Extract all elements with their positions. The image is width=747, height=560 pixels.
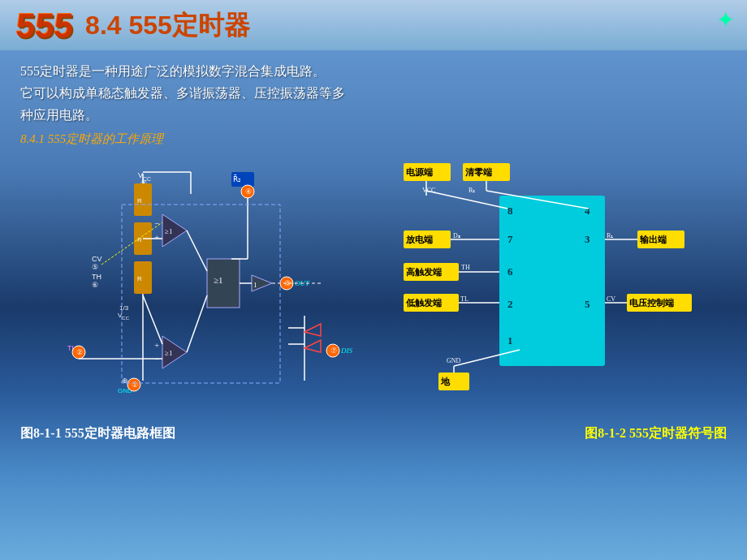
svg-text:输出端: 输出端 (639, 235, 667, 244)
svg-text:R: R (137, 236, 142, 243)
svg-text:1: 1 (507, 334, 513, 347)
svg-text:②: ② (76, 348, 83, 356)
svg-text:≥1: ≥1 (214, 275, 223, 285)
svg-line-38 (187, 295, 207, 352)
svg-text:GND: GND (447, 357, 461, 364)
svg-text:电压控制端: 电压控制端 (629, 298, 674, 308)
left-circuit: VCC ⑧ R̄₂ ④ CV ⑤ TH ⑥ 1/3 VCC TL ② ⊕ GND (12, 157, 386, 417)
left-label: 图8-1-1 555定时器电路框图 (20, 425, 175, 442)
svg-rect-35 (207, 259, 240, 308)
svg-text:TH: TH (461, 264, 470, 271)
right-label: 图8-1-2 555定时器符号图 (585, 425, 727, 442)
svg-marker-50 (304, 340, 321, 352)
svg-text:R₁: R₁ (607, 232, 613, 239)
svg-line-91 (426, 191, 507, 209)
svg-text:CV: CV (607, 295, 615, 303)
svg-text:①: ① (132, 381, 138, 389)
circuit-svg-left: VCC ⑧ R̄₂ ④ CV ⑤ TH ⑥ 1/3 VCC TL ② ⊕ GND (12, 157, 386, 417)
diagram-area: VCC ⑧ R̄₂ ④ CV ⑤ TH ⑥ 1/3 VCC TL ② ⊕ GND (0, 153, 747, 421)
svg-text:D₃: D₃ (453, 232, 460, 239)
svg-text:④: ④ (245, 187, 252, 196)
svg-rect-69 (499, 196, 605, 366)
intro-section: 555定时器是一种用途广泛的模拟数字混合集成电路。 它可以构成单稳态触发器、多谐… (0, 50, 747, 153)
svg-text:≥1: ≥1 (165, 227, 172, 235)
svg-text:+: + (154, 232, 159, 242)
svg-text:4: 4 (585, 205, 590, 217)
svg-text:R̄₂: R̄₂ (233, 174, 241, 183)
svg-text:R₂: R₂ (468, 187, 475, 194)
svg-text:3: 3 (585, 233, 590, 245)
svg-text:CV: CV (92, 255, 102, 263)
svg-text:TH: TH (92, 273, 101, 281)
svg-line-56 (143, 295, 162, 344)
circuit-svg-right: 电源端 清零端 VCC R₂ 8 4 7 3 6 2 5 1 放电端 (402, 157, 719, 417)
svg-text:6: 6 (507, 265, 513, 278)
svg-text:⑦: ⑦ (330, 347, 337, 355)
title-bar: 555 8.4 555定时器 ✦ (0, 0, 747, 50)
logo: 555 (15, 9, 75, 43)
labels-area: 图8-1-1 555定时器电路框图 图8-1-2 555定时器符号图 (0, 421, 747, 446)
svg-text:5: 5 (585, 298, 590, 310)
svg-text:7: 7 (507, 233, 513, 245)
right-circuit: 电源端 清零端 VCC R₂ 8 4 7 3 6 2 5 1 放电端 (402, 157, 719, 417)
svg-text:1/3: 1/3 (119, 304, 129, 312)
svg-text:TL: TL (460, 295, 468, 303)
svg-text:1: 1 (253, 281, 257, 289)
svg-text:低触发端: 低触发端 (405, 298, 442, 308)
svg-line-37 (187, 230, 207, 271)
svg-text:⑥: ⑥ (92, 281, 98, 289)
page-title: 8.4 555定时器 (85, 8, 250, 44)
svg-text:R: R (137, 197, 142, 205)
svg-line-57 (101, 222, 162, 265)
intro-text: 555定时器是一种用途广泛的模拟数字混合集成电路。 它可以构成单稳态触发器、多谐… (20, 60, 727, 127)
subtitle: 8.4.1 555定时器的工作原理 (20, 131, 727, 147)
svg-text:⑤: ⑤ (92, 263, 98, 271)
svg-text:R: R (137, 275, 142, 282)
svg-text:放电端: 放电端 (405, 235, 433, 244)
svg-text:2: 2 (507, 298, 513, 310)
svg-text:+: + (154, 340, 159, 350)
svg-text:≥1: ≥1 (165, 349, 172, 357)
svg-text:VCC: VCC (118, 312, 130, 321)
star-icon: ✦ (716, 6, 735, 33)
svg-text:清零端: 清零端 (465, 167, 492, 177)
svg-marker-49 (304, 324, 321, 336)
svg-text:8: 8 (507, 205, 513, 217)
svg-text:高触发端: 高触发端 (406, 267, 442, 277)
svg-text:电源端: 电源端 (406, 167, 433, 177)
svg-text:DIS: DIS (340, 347, 352, 355)
svg-text:地: 地 (440, 377, 451, 386)
